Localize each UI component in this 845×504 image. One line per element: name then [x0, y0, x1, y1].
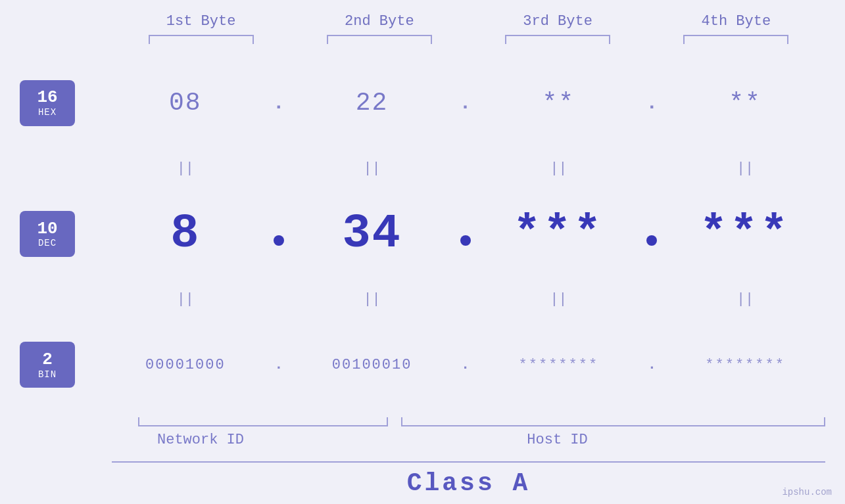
- main-container: 1st Byte 2nd Byte 3rd Byte 4th Byte 16 H…: [0, 0, 845, 504]
- hex-badge-label: HEX: [38, 107, 57, 118]
- dec-row: 10 DEC 8 34 ***: [20, 181, 825, 286]
- bracket-2: [327, 35, 432, 44]
- hex-sep3: .: [639, 92, 665, 114]
- watermark: ipshu.com: [782, 487, 832, 497]
- hex-row: 16 HEX 08 . 22 . **: [20, 51, 825, 155]
- bin-byte3: ********: [479, 357, 639, 373]
- dec-data-cells: 8 34 *** ***: [105, 207, 825, 261]
- byte1-header: 1st Byte: [112, 13, 290, 30]
- top-brackets: [112, 35, 825, 44]
- eq-2-b1: ||: [105, 291, 266, 308]
- host-bracket: [401, 417, 825, 426]
- hex-data-cells: 08 . 22 . ** . **: [105, 89, 825, 117]
- byte2-header: 2nd Byte: [290, 13, 468, 30]
- bin-sep2: .: [452, 357, 479, 373]
- byte-headers: 1st Byte 2nd Byte 3rd Byte 4th Byte: [112, 13, 825, 30]
- bin-badge-label: BIN: [38, 369, 57, 380]
- dec-badge-number: 10: [37, 219, 57, 239]
- byte4-header: 4th Byte: [647, 13, 825, 30]
- dec-dot-2: [460, 235, 471, 246]
- hex-byte3: **: [479, 89, 639, 117]
- bottom-labels-row: Network ID Host ID: [112, 432, 825, 448]
- eq-spacer-1: [20, 155, 105, 181]
- hex-byte2: 22: [292, 89, 452, 117]
- hex-badge: 16 HEX: [20, 80, 75, 126]
- dec-byte4: ***: [665, 208, 825, 260]
- hex-sep1: .: [266, 92, 292, 114]
- bin-badge: 2 BIN: [20, 342, 75, 388]
- dec-byte1: 8: [105, 207, 266, 261]
- eq-row-1: || || || ||: [20, 155, 825, 181]
- hex-byte4: **: [665, 89, 825, 117]
- eq-cells-2: || || || ||: [105, 286, 825, 313]
- bin-byte1: 00001000: [105, 357, 266, 373]
- eq-1-b4: ||: [665, 160, 825, 177]
- bin-sep3: .: [639, 357, 665, 373]
- bracket-cell-4: [647, 35, 825, 44]
- hex-sep2: .: [452, 92, 479, 114]
- eq-spacer-2: [20, 286, 105, 313]
- bracket-3: [505, 35, 610, 44]
- dec-dot-1: [274, 235, 284, 246]
- bin-badge-number: 2: [42, 350, 53, 369]
- dec-badge-label: DEC: [38, 238, 57, 248]
- bracket-cell-3: [469, 35, 647, 44]
- byte3-header: 3rd Byte: [469, 13, 647, 30]
- eq-2-b4: ||: [665, 291, 825, 308]
- bin-row: 2 BIN 00001000 . 00100010 . ********: [20, 313, 825, 417]
- class-label: Class A: [407, 469, 531, 497]
- bin-badge-cell: 2 BIN: [20, 335, 105, 394]
- dec-dot-3: [646, 235, 657, 246]
- network-bracket: [138, 417, 388, 426]
- bin-byte2: 00100010: [292, 357, 452, 373]
- dec-byte2: 34: [292, 207, 452, 261]
- dec-badge-cell: 10 DEC: [20, 204, 105, 263]
- hex-badge-number: 16: [37, 88, 57, 107]
- bin-sep1: .: [266, 357, 292, 373]
- bin-byte4: ********: [665, 357, 825, 373]
- bracket-4: [683, 35, 788, 44]
- eq-cells-1: || || || ||: [105, 155, 825, 181]
- host-id-label: Host ID: [289, 432, 825, 448]
- hex-byte1: 08: [105, 89, 266, 117]
- eq-2-b2: ||: [292, 291, 452, 308]
- eq-1-b1: ||: [105, 160, 266, 177]
- bottom-brackets: [112, 417, 825, 426]
- bracket-cell-1: [112, 35, 290, 44]
- class-section: Class A: [112, 461, 825, 497]
- bin-data-cells: 00001000 . 00100010 . ******** .: [105, 357, 825, 373]
- eq-1-b2: ||: [292, 160, 452, 177]
- eq-1-b3: ||: [479, 160, 639, 177]
- dec-byte3: ***: [479, 208, 639, 260]
- rows-wrapper: 16 HEX 08 . 22 . **: [20, 51, 825, 417]
- network-id-label: Network ID: [112, 432, 289, 448]
- bracket-cell-2: [290, 35, 468, 44]
- hex-badge-cell: 16 HEX: [20, 74, 105, 133]
- eq-2-b3: ||: [479, 291, 639, 308]
- bottom-section: Network ID Host ID: [112, 417, 825, 448]
- eq-row-2: || || || ||: [20, 286, 825, 313]
- bracket-1: [149, 35, 254, 44]
- dec-badge: 10 DEC: [20, 211, 75, 257]
